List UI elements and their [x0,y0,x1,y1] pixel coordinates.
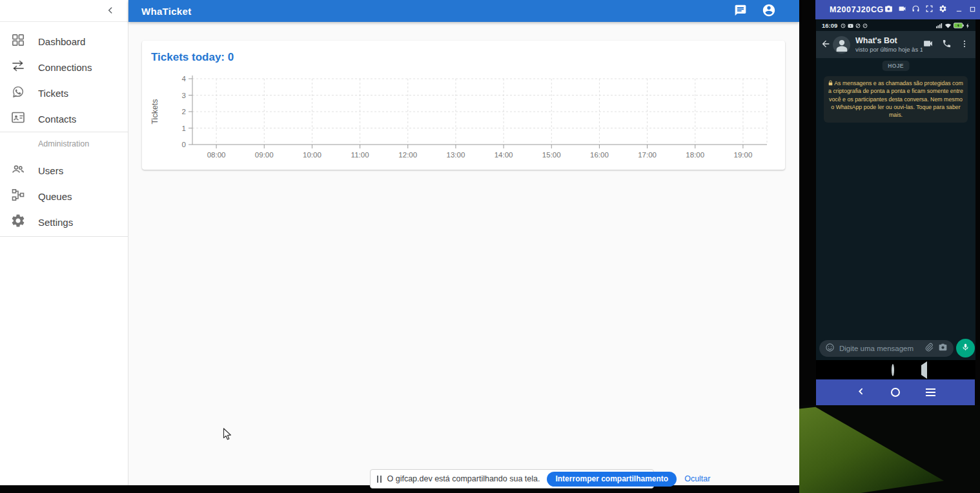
browser-window: Dashboard Connections Tickets [0,0,799,485]
mic-button[interactable] [956,339,975,357]
pause-icon [377,476,382,483]
contact-info[interactable]: What's Bot visto por último hoje às 16:0… [855,36,923,53]
svg-text:19:00: 19:00 [734,151,753,159]
nav-back-button[interactable] [855,387,866,398]
record-button[interactable] [897,5,907,15]
sidebar-item-label: Tickets [38,88,68,99]
sidebar-header [0,0,128,22]
tickets-chart-card: Tickets today: 0 0123408:0009:0010:0011:… [142,41,785,170]
menu-icon [926,388,935,397]
emulator-window-title: M2007J20CG [830,5,884,14]
maximize-icon [969,5,976,15]
signal-icon [936,19,943,31]
more-menu-icon [960,39,969,50]
encryption-notice-text: As mensagens e as chamadas são protegida… [828,80,963,118]
voice-call-button[interactable] [942,39,952,50]
settings-icon [939,5,947,15]
more-menu-button[interactable] [960,39,969,50]
screenshot-button[interactable] [884,5,893,15]
svg-text:1: 1 [182,125,186,132]
tickets-chart: 0123408:0009:0010:0011:0012:0013:0014:00… [147,72,780,165]
fullscreen-icon [925,5,934,15]
svg-text:3: 3 [182,92,186,99]
dashboard-icon [10,32,26,50]
emoji-icon[interactable] [825,343,835,355]
chart-title: Tickets today: 0 [151,51,234,64]
mic-icon [961,343,970,354]
emulator-nav-toolbar [816,379,975,405]
video-call-icon [923,38,934,51]
app-title: WhaTicket [141,6,191,17]
nav-home-button[interactable] [890,387,901,398]
wallpaper-grass [799,405,980,493]
svg-text:12:00: 12:00 [398,151,417,159]
message-input[interactable]: Digite uma mensagem [819,340,954,357]
sidebar-item-contacts[interactable]: Contacts [0,106,128,132]
maximize-button[interactable] [968,5,977,15]
sidebar-item-users[interactable]: Users [0,157,128,183]
headset-icon [912,5,920,15]
sidebar-item-connections[interactable]: Connections [0,54,128,80]
screen-share-bar: O gifcap.dev está compartilhando sua tel… [370,469,654,488]
minimize-button[interactable] [954,5,964,15]
arrow-back-icon [821,39,831,51]
message-input-row: Digite uma mensagem [816,338,975,360]
nav-menu-button[interactable] [925,387,936,398]
fullscreen-button[interactable] [924,5,934,15]
sidebar-item-dashboard[interactable]: Dashboard [0,28,128,54]
sidebar-item-tickets[interactable]: Tickets [0,80,128,106]
svg-text:Tickets: Tickets [150,99,159,124]
data-circle-icon [855,19,861,31]
share-message: O gifcap.dev está compartilhando sua tel… [387,474,540,483]
home-button[interactable] [892,365,894,375]
sidebar-item-queues[interactable]: Queues [0,183,128,209]
svg-text:09:00: 09:00 [255,151,274,159]
svg-text:4: 4 [182,75,187,83]
back-icon [921,361,927,379]
svg-text:17:00: 17:00 [638,151,657,159]
hide-share-bar-link[interactable]: Ocultar [684,474,710,483]
battery-icon [954,19,964,31]
back-icon [857,387,865,398]
android-screen: 16:09 What's Bot visto por último hoje à… [816,19,975,379]
users-icon [10,161,26,179]
sidebar-item-settings[interactable]: Settings [0,209,128,235]
charging-icon [966,19,970,31]
stop-sharing-button[interactable]: Interromper compartilhamento [547,472,677,487]
sidebar-item-label: Queues [38,191,72,202]
record-icon [898,5,906,15]
collapse-drawer-button[interactable] [103,3,118,19]
video-call-button[interactable] [923,38,934,51]
whatsapp-chat-header: What's Bot visto por último hoje às 16:0… [816,31,975,58]
back-button[interactable] [921,365,927,375]
svg-text:15:00: 15:00 [542,151,561,159]
sidebar-item-label: Settings [38,217,73,228]
attach-icon[interactable] [924,343,934,354]
home-icon [892,364,894,376]
chevron-left-icon [106,6,115,17]
voice-call-icon [942,39,952,50]
messages-button[interactable] [733,4,748,18]
svg-text:18:00: 18:00 [686,151,704,159]
svg-text:16:00: 16:00 [590,151,609,159]
sidebar-item-label: Connections [38,62,92,73]
queues-icon [10,187,26,205]
network-circle-icon [863,19,868,31]
back-button[interactable] [821,39,831,50]
svg-text:10:00: 10:00 [303,151,322,159]
wifi-icon [944,19,952,31]
svg-text:13:00: 13:00 [447,151,465,159]
sidebar-divider [0,236,128,237]
settings-icon [10,213,26,231]
settings-button[interactable] [938,5,948,15]
contact-name: What's Bot [855,36,923,46]
headset-button[interactable] [911,5,921,15]
camera-icon[interactable] [938,343,948,354]
contact-avatar[interactable] [833,36,850,54]
svg-text:11:00: 11:00 [351,151,369,159]
desktop-wallpaper [799,405,980,493]
sidebar-item-label: Dashboard [38,36,85,47]
account-button[interactable] [762,4,776,18]
svg-text:0: 0 [182,141,186,148]
encryption-notice[interactable]: As mensagens e as chamadas são protegida… [824,76,968,123]
